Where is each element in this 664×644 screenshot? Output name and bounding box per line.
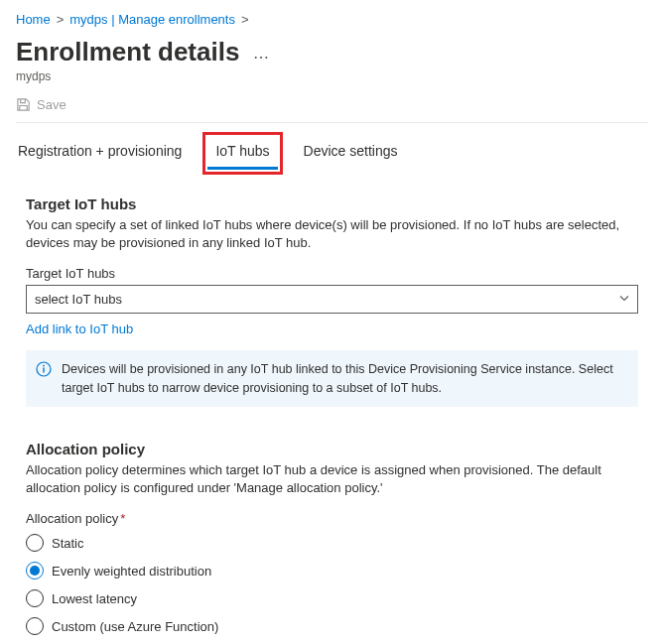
radio-static[interactable]: Static (26, 534, 638, 552)
chevron-right-icon: > (57, 12, 65, 27)
target-iot-hubs-description: You can specify a set of linked IoT hubs… (26, 216, 638, 252)
tab-iot-hubs[interactable]: IoT hubs (207, 137, 277, 170)
allocation-policy-heading: Allocation policy (26, 441, 638, 457)
info-message-text: Devices will be provisioned in any IoT h… (62, 362, 613, 394)
divider (16, 122, 648, 123)
info-icon (36, 361, 52, 382)
allocation-policy-radio-group: Static Evenly weighted distribution Lowe… (26, 534, 638, 635)
breadcrumb-parent[interactable]: mydps | Manage enrollments (69, 12, 235, 27)
chevron-right-icon: > (241, 12, 249, 27)
radio-label: Evenly weighted distribution (52, 564, 211, 579)
radio-label: Static (52, 536, 84, 551)
radio-evenly-weighted[interactable]: Evenly weighted distribution (26, 562, 638, 580)
svg-point-1 (43, 365, 45, 367)
tab-registration-provisioning[interactable]: Registration + provisioning (16, 137, 184, 170)
target-iot-hubs-select[interactable]: select IoT hubs (26, 285, 638, 314)
radio-icon (26, 589, 44, 607)
page-title: Enrollment details (16, 37, 239, 67)
breadcrumb-home[interactable]: Home (16, 12, 51, 27)
target-iot-hubs-heading: Target IoT hubs (26, 195, 638, 212)
info-message: Devices will be provisioned in any IoT h… (26, 350, 638, 406)
page-subtitle: mydps (16, 69, 648, 83)
add-link-to-iot-hub[interactable]: Add link to IoT hub (26, 322, 133, 336)
radio-icon (26, 562, 44, 580)
toolbar: Save (16, 97, 648, 122)
allocation-policy-description: Allocation policy determines which targe… (26, 461, 638, 497)
tab-device-settings[interactable]: Device settings (302, 137, 400, 170)
radio-custom[interactable]: Custom (use Azure Function) (26, 617, 638, 635)
svg-rect-2 (43, 368, 44, 373)
allocation-policy-label: Allocation policy* (26, 511, 638, 526)
save-button[interactable]: Save (37, 97, 66, 112)
required-indicator: * (120, 511, 125, 526)
radio-label: Lowest latency (52, 591, 137, 606)
radio-icon (26, 617, 44, 635)
tab-bar: Registration + provisioning IoT hubs Dev… (16, 137, 648, 170)
radio-label: Custom (use Azure Function) (52, 619, 218, 634)
breadcrumb: Home > mydps | Manage enrollments > (16, 12, 648, 27)
radio-icon (26, 534, 44, 552)
more-actions-button[interactable]: ⋯ (253, 48, 269, 66)
save-icon (16, 97, 31, 112)
radio-lowest-latency[interactable]: Lowest latency (26, 589, 638, 607)
target-iot-hubs-label: Target IoT hubs (26, 266, 638, 281)
